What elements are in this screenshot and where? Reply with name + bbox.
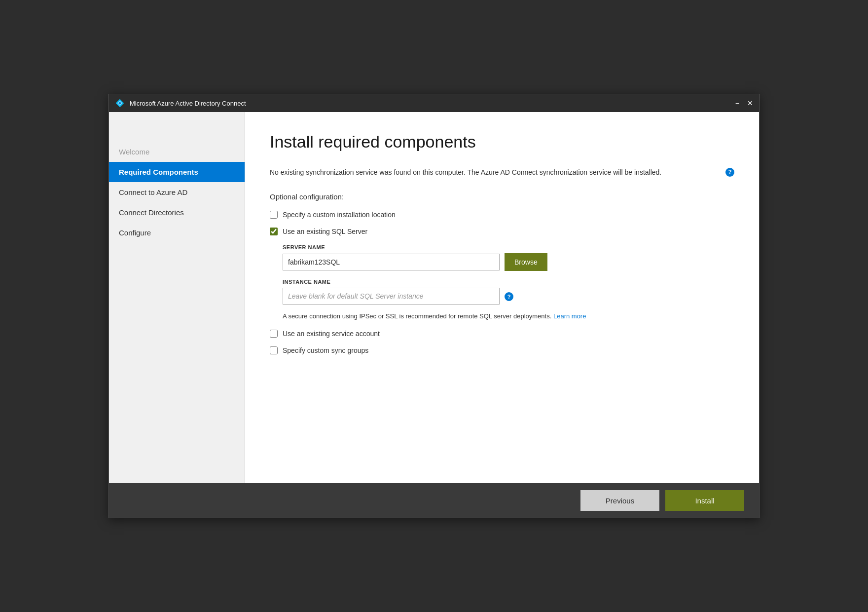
instance-name-row: ? bbox=[283, 288, 734, 305]
secure-note: A secure connection using IPSec or SSL i… bbox=[283, 312, 734, 320]
info-text: No existing synchronization service was … bbox=[270, 167, 723, 178]
server-name-input[interactable] bbox=[283, 254, 500, 270]
previous-button[interactable]: Previous bbox=[580, 490, 659, 511]
custom-location-label[interactable]: Specify a custom installation location bbox=[283, 211, 396, 219]
minimize-button[interactable]: − bbox=[735, 100, 739, 107]
instance-name-input[interactable] bbox=[283, 288, 500, 305]
title-bar-left: Microsoft Azure Active Directory Connect bbox=[115, 98, 246, 108]
page-title: Install required components bbox=[270, 132, 734, 152]
existing-service-account-row: Use an existing service account bbox=[270, 330, 734, 338]
existing-sql-checkbox[interactable] bbox=[270, 228, 278, 235]
footer: Previous Install bbox=[109, 483, 759, 518]
sidebar: Welcome Required Components Connect to A… bbox=[109, 112, 245, 483]
title-bar-controls: − ✕ bbox=[735, 100, 753, 107]
custom-sync-groups-row: Specify custom sync groups bbox=[270, 346, 734, 354]
instance-name-label: INSTANCE NAME bbox=[283, 279, 734, 285]
sidebar-item-connect-azure-ad[interactable]: Connect to Azure AD bbox=[109, 182, 245, 202]
instance-name-field-group: INSTANCE NAME ? bbox=[283, 279, 734, 305]
main-window: Microsoft Azure Active Directory Connect… bbox=[108, 94, 760, 518]
custom-sync-groups-checkbox[interactable] bbox=[270, 346, 278, 354]
existing-service-account-label[interactable]: Use an existing service account bbox=[283, 330, 380, 338]
sidebar-item-welcome[interactable]: Welcome bbox=[109, 142, 245, 162]
window-title: Microsoft Azure Active Directory Connect bbox=[130, 100, 246, 107]
instance-help-icon[interactable]: ? bbox=[505, 292, 513, 301]
existing-sql-row: Use an existing SQL Server bbox=[270, 228, 734, 235]
custom-location-checkbox[interactable] bbox=[270, 211, 278, 219]
server-name-field-group: SERVER NAME Browse bbox=[283, 244, 734, 271]
title-bar: Microsoft Azure Active Directory Connect… bbox=[109, 94, 759, 112]
existing-sql-label[interactable]: Use an existing SQL Server bbox=[283, 228, 367, 235]
learn-more-link[interactable]: Learn more bbox=[553, 312, 586, 320]
optional-config-label: Optional configuration: bbox=[270, 192, 734, 201]
info-section: No existing synchronization service was … bbox=[270, 167, 734, 178]
sidebar-item-connect-directories[interactable]: Connect Directories bbox=[109, 202, 245, 223]
sidebar-item-required-components[interactable]: Required Components bbox=[109, 162, 245, 182]
content-area: Install required components No existing … bbox=[245, 112, 759, 483]
app-icon bbox=[115, 98, 125, 108]
close-button[interactable]: ✕ bbox=[747, 100, 753, 107]
main-content: Welcome Required Components Connect to A… bbox=[109, 112, 759, 483]
server-name-label: SERVER NAME bbox=[283, 244, 734, 250]
info-help-icon[interactable]: ? bbox=[725, 168, 734, 177]
sidebar-item-configure[interactable]: Configure bbox=[109, 223, 245, 243]
custom-sync-groups-label[interactable]: Specify custom sync groups bbox=[283, 346, 368, 354]
sql-fields-section: SERVER NAME Browse INSTANCE NAME ? bbox=[283, 244, 734, 320]
install-button[interactable]: Install bbox=[665, 490, 744, 511]
custom-location-row: Specify a custom installation location bbox=[270, 211, 734, 219]
server-name-row: Browse bbox=[283, 253, 734, 271]
browse-button[interactable]: Browse bbox=[505, 253, 547, 271]
existing-service-account-checkbox[interactable] bbox=[270, 330, 278, 338]
